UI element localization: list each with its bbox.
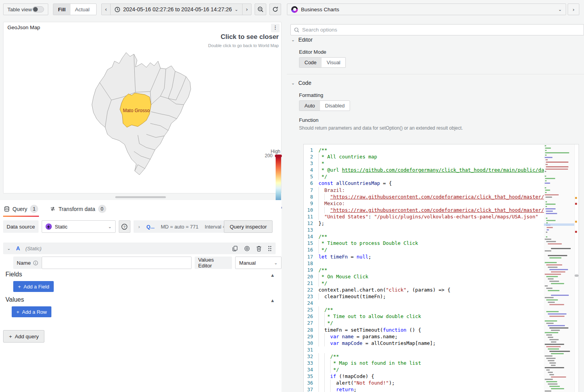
- time-range-button[interactable]: 2024-05-16 02:27:26 to 2024-05-16 14:27:…: [110, 4, 243, 15]
- code-line[interactable]: 34 */: [304, 366, 544, 373]
- line-number: 24: [304, 300, 318, 306]
- clock-icon: [114, 7, 120, 12]
- time-forward-button[interactable]: ›: [243, 4, 251, 15]
- code-line[interactable]: 27 */: [304, 320, 544, 326]
- editor-overview-ruler[interactable]: [574, 144, 579, 392]
- visualization-select[interactable]: Business Charts ⌄: [287, 4, 566, 15]
- delete-query-trash-icon[interactable]: [256, 246, 262, 251]
- table-view-control: Table view: [3, 4, 48, 15]
- zoom-out-time-button[interactable]: [255, 4, 266, 15]
- code-line[interactable]: 22context.panel.chart.on("click", (param…: [304, 287, 544, 293]
- code-line[interactable]: 6const allCountriesMap = {: [304, 180, 544, 186]
- tab-query-label: Query: [12, 206, 27, 212]
- chevron-down-icon: ⌄: [291, 81, 295, 86]
- code-line[interactable]: 33 * Map is not found in the list: [304, 360, 544, 366]
- name-field-label: Name: [13, 257, 42, 269]
- section-divider: [287, 74, 584, 74]
- code-line[interactable]: 9 Mexico:: [304, 200, 544, 207]
- code-line[interactable]: 29 var name = params.name;: [304, 333, 544, 340]
- code-line[interactable]: 12};: [304, 220, 544, 227]
- code-line[interactable]: 31: [304, 346, 544, 353]
- code-line[interactable]: 36 alert("Not found!");: [304, 380, 544, 386]
- code-line[interactable]: 20 * On Mouse Click: [304, 273, 544, 280]
- code-line[interactable]: 15 * Timeout to process Double Click: [304, 240, 544, 246]
- values-editor-select[interactable]: Manual ⌄: [235, 257, 281, 269]
- editor-mode-visual[interactable]: Visual: [322, 58, 345, 67]
- datasource-help-button[interactable]: ?: [119, 220, 130, 233]
- query-shortcut-link[interactable]: Q...: [146, 224, 155, 230]
- add-field-label: Add a Field: [24, 284, 49, 290]
- code-line[interactable]: 21 */: [304, 280, 544, 287]
- code-line[interactable]: 35 if (!mapCode) {: [304, 373, 544, 380]
- panel-menu-button[interactable]: ⋮: [271, 24, 280, 32]
- code-line[interactable]: 4 * @url https://github.com/codeforgerma…: [304, 167, 544, 173]
- code-line[interactable]: 14/**: [304, 233, 544, 240]
- datasource-picker[interactable]: Static ⌄: [42, 220, 116, 233]
- code-line[interactable]: 18: [304, 260, 544, 267]
- collapse-query-icon[interactable]: ⌄: [7, 246, 11, 251]
- code-section-header[interactable]: ⌄ Code: [287, 77, 584, 88]
- add-field-button[interactable]: + Add a Field: [13, 281, 54, 292]
- line-number: 7: [304, 187, 318, 193]
- code-line[interactable]: 3 *: [304, 160, 544, 167]
- duplicate-query-icon[interactable]: [232, 246, 238, 251]
- values-collapse-icon[interactable]: ▲: [270, 298, 275, 303]
- chevron-down-icon: ⌄: [274, 260, 278, 265]
- time-back-button[interactable]: ‹: [102, 4, 110, 15]
- query-name-input[interactable]: [42, 257, 192, 269]
- editor-mode-code[interactable]: Code: [299, 58, 322, 67]
- editor-section-header[interactable]: ⌄ Editor: [287, 38, 584, 45]
- hide-response-eye-icon[interactable]: [244, 246, 250, 251]
- options-search-input[interactable]: [302, 27, 580, 33]
- fill-option[interactable]: Fill: [53, 4, 70, 15]
- code-line[interactable]: 32 /**: [304, 353, 544, 360]
- line-number: 22: [304, 287, 318, 293]
- code-line[interactable]: 24: [304, 300, 544, 306]
- refresh-button[interactable]: [269, 4, 281, 15]
- pane-resize-handle[interactable]: [115, 196, 166, 198]
- code-line[interactable]: 37 return;: [304, 386, 544, 392]
- table-view-toggle[interactable]: [32, 6, 44, 12]
- datasource-label: Data source: [3, 220, 39, 233]
- brazil-map[interactable]: Mato Grosso: [88, 46, 193, 182]
- actual-option[interactable]: Actual: [70, 4, 95, 15]
- code-line[interactable]: 23 clearTimeout(timeFn);: [304, 293, 544, 300]
- code-line[interactable]: 26 * Time out to allow double click: [304, 313, 544, 320]
- tab-query[interactable]: Query 1: [3, 202, 39, 217]
- code-line[interactable]: 8 "https://raw.githubusercontent.com/cod…: [304, 193, 544, 200]
- line-number: 28: [304, 327, 318, 333]
- chevron-down-icon: ⌄: [235, 7, 238, 12]
- code-line[interactable]: 11 "United States": "/public/plugins/vol…: [304, 213, 544, 220]
- editor-minimap[interactable]: [544, 144, 574, 392]
- tab-transform-data[interactable]: Transform data 0: [49, 202, 107, 217]
- code-line[interactable]: 30 var mapCode = allCountriesMap[name];: [304, 340, 544, 346]
- add-row-button[interactable]: + Add a Row: [12, 306, 51, 317]
- code-editor[interactable]: 1/**2 * All countries map3 *4 * @url htt…: [303, 144, 579, 392]
- code-line[interactable]: 13: [304, 227, 544, 233]
- code-line[interactable]: 25 /**: [304, 306, 544, 313]
- code-line[interactable]: 16 */: [304, 246, 544, 253]
- code-line[interactable]: 19/**: [304, 267, 544, 273]
- code-line[interactable]: 17let timeFn = null;: [304, 253, 544, 260]
- geojson-map-panel: GeoJson Map ⋮ Click to see closer Double…: [3, 22, 281, 193]
- fields-collapse-icon[interactable]: ▲: [270, 272, 275, 278]
- expand-stats-icon[interactable]: ›: [138, 224, 140, 230]
- code-line[interactable]: 10 "https://raw.githubusercontent.com/co…: [304, 207, 544, 213]
- code-line[interactable]: 2 * All countries map: [304, 153, 544, 160]
- add-query-button[interactable]: + Add query: [3, 330, 44, 343]
- query-inspector-button[interactable]: Query inspector: [224, 220, 273, 233]
- code-line[interactable]: 7 Brazil:: [304, 187, 544, 193]
- code-lines[interactable]: 1/**2 * All countries map3 *4 * @url htt…: [304, 147, 544, 392]
- formatting-disabled[interactable]: Disabled: [320, 101, 350, 111]
- code-line[interactable]: 1/**: [304, 147, 544, 153]
- editor-scrollbar-thumb[interactable]: [575, 274, 579, 277]
- formatting-auto[interactable]: Auto: [299, 101, 320, 111]
- query-row-header[interactable]: ⌄ A (Static): [3, 243, 276, 254]
- options-pane: ⌄ Editor Editor Mode Code Visual ⌄ Code …: [287, 19, 584, 392]
- collapse-options-button[interactable]: ›: [568, 4, 579, 15]
- drag-query-grip-icon[interactable]: [268, 246, 272, 251]
- code-line[interactable]: 5 */: [304, 173, 544, 180]
- options-scroll-area[interactable]: ⌄ Editor Editor Mode Code Visual ⌄ Code …: [287, 38, 584, 392]
- line-number: 32: [304, 353, 318, 360]
- code-line[interactable]: 28 timeFn = setTimeout(function () {: [304, 327, 544, 333]
